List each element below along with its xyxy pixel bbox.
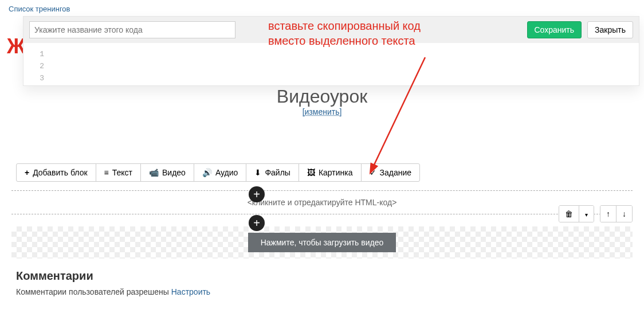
- audio-label: Аудио: [215, 168, 238, 177]
- audio-block-button[interactable]: 🔊 Аудио: [194, 163, 247, 182]
- breadcrumb-trainings-link[interactable]: Список тренингов: [9, 5, 70, 13]
- annotation-line-1: вставьте скопированный код: [268, 18, 509, 33]
- line-number: 2: [30, 61, 44, 73]
- list-icon: ≡: [104, 168, 109, 177]
- code-content[interactable]: <div class="container text-center">&lt;к…: [49, 49, 632, 85]
- html-placeholder-text: <кликните и отредактируйте HTML-код>: [248, 198, 397, 207]
- task-label: Задание: [380, 168, 412, 177]
- add-between-button-2[interactable]: +: [249, 215, 265, 231]
- line-number: 3: [30, 73, 44, 85]
- code-line-1: [49, 61, 626, 73]
- text-label: Текст: [112, 168, 132, 177]
- download-icon: ⬇: [254, 168, 261, 177]
- volume-icon: 🔊: [202, 168, 212, 177]
- lesson-edit-link[interactable]: [изменить]: [303, 107, 342, 116]
- move-up-button[interactable]: ↑: [600, 206, 616, 222]
- line-number-gutter: 1 2 3: [30, 49, 49, 85]
- lesson-block: Видеоурок [изменить]: [11, 86, 633, 116]
- comments-subtitle: Комментарии пользователей разрешены Наст…: [16, 287, 210, 296]
- task-block-button[interactable]: ✓ Задание: [361, 163, 421, 182]
- plus-icon: +: [25, 168, 29, 177]
- check-icon: ✓: [370, 168, 376, 177]
- text-block-button[interactable]: ≡ Текст: [96, 163, 141, 182]
- video-block: Нажмите, чтобы загрузить видео: [11, 226, 633, 259]
- files-label: Файлы: [265, 168, 290, 177]
- delete-block-button[interactable]: 🗑: [559, 206, 579, 222]
- video-label: Видео: [162, 168, 186, 177]
- files-block-button[interactable]: ⬇ Файлы: [246, 163, 299, 182]
- add-between-button-1[interactable]: +: [249, 186, 265, 202]
- add-block-button[interactable]: + Добавить блок: [16, 163, 96, 182]
- code-line-2: <div class="container text-center">&lt;к…: [49, 84, 626, 85]
- video-block-button[interactable]: 📹 Видео: [140, 163, 194, 182]
- move-down-button[interactable]: ↓: [616, 206, 632, 222]
- save-button[interactable]: Сохранить: [527, 21, 582, 38]
- code-editor[interactable]: 1 2 3 <div class="container text-center"…: [30, 49, 632, 85]
- comments-title: Комментарии: [16, 269, 210, 283]
- comments-section: Комментарии Комментарии пользователей ра…: [16, 269, 210, 296]
- html-block-placeholder[interactable]: <кликните и отредактируйте HTML-код>: [11, 190, 633, 214]
- annotation-text: вставьте скопированный код вместо выделе…: [268, 18, 509, 48]
- camera-icon: 📹: [149, 168, 159, 177]
- image-label: Картинка: [319, 168, 353, 177]
- upload-video-button[interactable]: Нажмите, чтобы загрузить видео: [248, 233, 396, 252]
- picture-icon: 🖼: [307, 168, 315, 177]
- block-menu-caret[interactable]: ▾: [579, 206, 594, 222]
- add-block-label: Добавить блок: [33, 168, 87, 177]
- image-block-button[interactable]: 🖼 Картинка: [299, 163, 362, 182]
- line-number: 1: [30, 49, 44, 61]
- caret-down-icon: ▾: [585, 212, 588, 218]
- breadcrumb: Список тренингов: [0, 0, 644, 18]
- block-toolbar: + Добавить блок ≡ Текст 📹 Видео 🔊 Аудио …: [16, 163, 420, 182]
- block-controls: 🗑 ▾ ↑ ↓: [559, 205, 633, 222]
- comments-sub-text: Комментарии пользователей разрешены: [16, 287, 171, 296]
- annotation-line-2: вместо выделенного текста: [268, 33, 509, 48]
- code-name-input[interactable]: [29, 21, 235, 38]
- comments-configure-link[interactable]: Настроить: [171, 287, 210, 296]
- close-button[interactable]: Закрыть: [587, 21, 633, 38]
- lesson-title: Видеоурок: [11, 86, 633, 107]
